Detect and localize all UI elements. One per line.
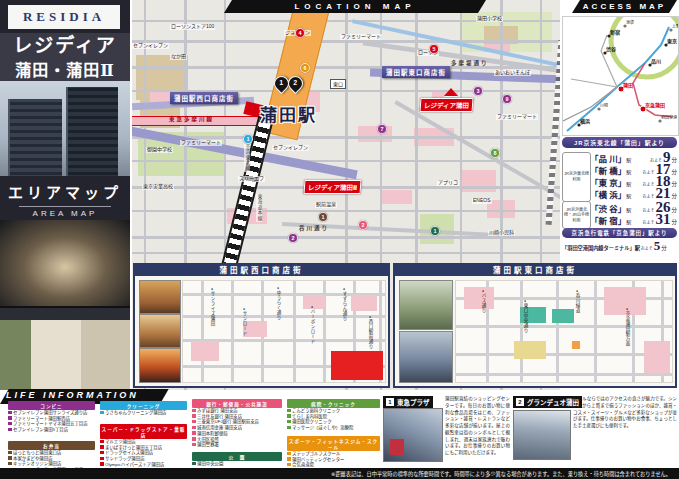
west-minimap-label-バーボンロード: バーボンロード xyxy=(309,305,315,345)
map-label-セブンイレブン: セブンイレブン xyxy=(272,145,309,151)
haneda-station-name: 「羽田空港国内線ターミナル」駅 xyxy=(562,244,640,251)
disclaimer-bar: ※距離表記は、日中平常時の標準的な所要時間です。時間帯により多少異なる場合があり… xyxy=(0,468,679,479)
property-title-block: レジディア 蒲田・蒲田Ⅱ − KAMATA・KAMATAⅡ − xyxy=(0,33,130,81)
tower-photo-right xyxy=(66,87,118,176)
east-minimap-block xyxy=(644,341,670,373)
diagram-station-label-品川: 品川 xyxy=(651,58,661,65)
life-item: Olympicハイパーストア蒲田店 xyxy=(100,462,187,468)
property2-label: レジディア蒲田Ⅱ xyxy=(304,180,362,194)
map-label-駅前温泉: 駅前温泉 xyxy=(315,202,337,208)
granduo-description: 駅ビルならではのアクセスの良さが魅力です。シンプルから上質まで揃うファッションの… xyxy=(573,396,677,466)
residia-logo: RESIDIA xyxy=(8,5,120,29)
east-minimap-block xyxy=(572,341,580,349)
life-information-banner-text: LIFE INFORMATION xyxy=(6,390,176,400)
east-arcade-photo-2 xyxy=(399,331,453,383)
property1-roof-icon xyxy=(444,88,458,96)
west-minimap-block xyxy=(331,351,383,380)
map-label-スリーエフ: スリーエフ xyxy=(238,176,265,182)
keihin-tohoku-line-label: 京浜東北線 xyxy=(244,144,250,172)
west-arcade-banner: 蒲田駅西口商店街 xyxy=(170,92,238,104)
building-exterior-photo xyxy=(0,81,130,176)
east-minimap-street xyxy=(556,281,559,382)
east-minimap-block xyxy=(552,309,574,323)
property-title-line1: レジディア xyxy=(0,35,130,57)
west-arcade-photo-2 xyxy=(139,314,181,348)
area-map-title-jp: エリアマップ xyxy=(0,181,130,202)
kamata-station-label: 蒲田駅 xyxy=(260,101,317,126)
map-label-呑川通り: 呑川通り xyxy=(298,225,330,231)
east-minimap-label-京急蒲田駅方面: 京急蒲田駅方面 xyxy=(624,307,630,347)
diagram-station-label-東京: 東京 xyxy=(667,38,677,45)
haneda-minutes-unit: 分 xyxy=(661,244,667,252)
west-arcade-photo-1 xyxy=(139,280,181,314)
diagram-station-label-羽田空港: 羽田空港 xyxy=(661,114,677,120)
map-label-あいおいそんぽ: あいおいそんぽ xyxy=(494,70,531,76)
east-minimap-label-呑川緑道: 呑川緑道 xyxy=(574,289,580,314)
property-title-line2: 蒲田・蒲田Ⅱ xyxy=(0,57,130,81)
map-label-蒲田小学校: 蒲田小学校 xyxy=(476,16,503,22)
east-exit-label: 東口 xyxy=(330,79,346,89)
map-label-ローソンストア100: ローソンストア100 xyxy=(170,24,215,30)
map-marker-6: 6 xyxy=(300,63,310,73)
brochure-page: RESIDIA レジディア 蒲田・蒲田Ⅱ − KAMATA・KAMATAⅡ − … xyxy=(0,0,679,479)
map-marker-4: 4 xyxy=(295,28,305,38)
tokyu-plaza-photo xyxy=(383,408,443,462)
pin-1-icon: 1 xyxy=(386,398,394,406)
feature-tokyu-plaza-header: 1 東急プラザ xyxy=(383,396,433,408)
life-item: セブンイレブン蒲田5丁目店 xyxy=(8,427,95,433)
life-item: マッサージ（ほぐしや）治療院 xyxy=(287,425,380,431)
tokyu-line-label: 東急多摩川線 xyxy=(168,116,215,122)
life-category-header: お弁当 xyxy=(8,441,95,450)
life-item: うさちゃんクリーニング蒲田店 xyxy=(100,410,187,416)
west-arcade-minimap: サンライズ蒲田サンロードゆうらく通りバーボンロードすずらん通り西口駅前通り xyxy=(182,280,386,383)
haneda-minutes-value: 5 xyxy=(654,241,661,251)
map-marker-7: 7 xyxy=(377,124,387,134)
east-minimap-block xyxy=(514,341,546,359)
granduo-kamata-photo xyxy=(513,410,571,460)
map-label-御園中学校: 御園中学校 xyxy=(146,147,173,153)
map-marker-2: 2 xyxy=(358,220,368,230)
map-marker-2: 2 xyxy=(288,233,298,243)
map-label-ファミリーマート: ファミリーマート xyxy=(496,114,538,120)
east-arcade-banner: 蒲田駅東口商店街 xyxy=(382,66,450,78)
feature-granduo-name: グランデュオ蒲田 xyxy=(527,397,579,407)
access-map-banner: ACCESS MAP xyxy=(572,0,677,13)
logo-text: RESIDIA xyxy=(23,9,105,25)
diagram-station-label-池袋: 池袋 xyxy=(626,19,634,25)
east-arcade-panel: バス通り東口中央通り呑川緑道京急蒲田駅方面 xyxy=(393,276,677,388)
life-item: 蒲田中央公園 xyxy=(192,461,282,467)
east-minimap-block xyxy=(464,287,494,309)
area-map-title-en: AREA MAP xyxy=(0,209,130,218)
rail-diagram-svg: 池袋新宿渋谷上野東京品川蒲田京急蒲田川崎横浜羽田空港 xyxy=(563,17,678,135)
map-label-ファミリーマート: ファミリーマート xyxy=(340,34,382,40)
feature-tokyu-plaza-name: 東急プラザ xyxy=(397,397,430,407)
west-minimap-street xyxy=(293,281,296,382)
east-minimap-label-バス通り: バス通り xyxy=(480,289,486,314)
west-minimap-label-西口駅前通り: 西口駅前通り xyxy=(367,315,373,350)
map-label-ENEOS: ENEOS xyxy=(472,198,492,204)
feature-granduo-kamata: 2 グランデュオ蒲田 駅ビルならではのアクセスの良さが魅力です。シンプルから上質… xyxy=(513,396,677,466)
life-category-スーパー・ドラッグストア・量販店: スーパー・ドラッグストア・量販店マルエツ蒲田店まいばすけっと蒲田五丁目店ドラッグ… xyxy=(100,424,187,468)
west-minimap-label-ゆうらく通り: ゆうらく通り xyxy=(275,286,281,321)
map-label-ファミリーマート: ファミリーマート xyxy=(180,140,222,146)
tokyu-plaza-description: 蒲田駅直結のショッピングセンターです。毎日のお買い物に便利な食品売場をはじめ、フ… xyxy=(445,396,510,466)
west-arcade-panel: サンライズ蒲田サンロードゆうらく通りバーボンロードすずらん通り西口駅前通り xyxy=(133,276,390,388)
property1-label: レジディア蒲田 xyxy=(420,98,474,112)
map-marker-1: 1 xyxy=(430,226,440,236)
tower-photo-left xyxy=(8,99,62,176)
map-label-多摩堤通り: 多摩堤通り xyxy=(450,60,490,66)
life-category-コンビニ: コンビニセブンイレブン蒲田サンライズ通り店ファミリーマート蒲田駅西店ファミリーマ… xyxy=(8,401,95,433)
haneda-route-row: 「羽田空港国内線ターミナル」駅 およそ 5 分 xyxy=(562,241,677,252)
map-label-東京実業高校: 東京実業高校 xyxy=(142,184,174,190)
diagram-station-label-渋谷: 渋谷 xyxy=(606,46,617,53)
life-category-header: スーパー・ドラッグストア・量販店 xyxy=(100,424,187,439)
divider xyxy=(19,206,111,207)
map-label-川崎小児科: 川崎小児科 xyxy=(488,230,515,236)
east-minimap-label-東口中央通り: 東口中央通り xyxy=(522,299,528,334)
life-category-header: 銀行・郵便局・公共施設 xyxy=(192,399,282,408)
tokaido-line-label: 東海道本線 xyxy=(256,194,262,222)
via-jr-box: JR京浜東北線利用 xyxy=(562,152,591,202)
west-minimap-street xyxy=(201,281,204,382)
diagram-station-label-新宿: 新宿 xyxy=(610,29,620,36)
diagram-station-label-蒲田: 蒲田 xyxy=(623,82,633,89)
